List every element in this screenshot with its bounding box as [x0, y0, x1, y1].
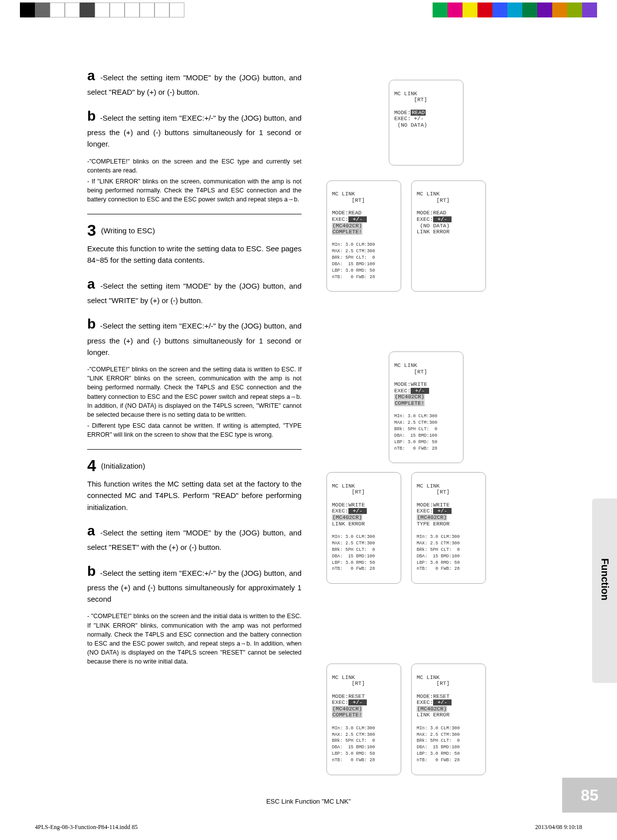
page-number-box: 85	[562, 778, 617, 813]
lcd-read-complete: MC LINK [RT] MODE:READ EXEC: +/- (MC402C…	[326, 180, 401, 292]
lcd-write-link-error: MC LINK [RT] MODE:WRITE EXEC: +/- (MC402…	[326, 472, 401, 584]
write-notes: -"COMPLETE!" blinks on the screen and th…	[87, 365, 302, 439]
step-a-reset-text: -Select the setting item "MODE" by the (…	[87, 528, 302, 551]
step-a-write: a -Select the setting item "MODE" by the…	[87, 273, 302, 307]
separator-1	[87, 214, 302, 214]
lcd-write-type-error: MC LINK [RT] MODE:WRITE EXEC: +/- (MC402…	[411, 472, 486, 584]
read-notes: -"COMPLETE!" blinks on the screen and th…	[87, 157, 302, 204]
step-a-write-text: -Select the setting item "MODE" by the (…	[87, 282, 302, 305]
step-a-read: a -Select the setting item "MODE" by the…	[87, 65, 302, 98]
step-b-reset-text: -Select the setting item "EXEC:+/-" by t…	[87, 569, 302, 604]
lcd-read-nodata: MC LINK [RT] MODE:READ EXEC: +/- (NO DAT…	[389, 80, 463, 166]
step-a-read-text: -Select the setting item "MODE" by the (…	[87, 73, 302, 96]
step-b-write-text: -Select the setting item "EXEC:+/-" by t…	[87, 322, 302, 356]
section-3-head: 3(Writing to ESC)	[87, 221, 302, 240]
section-3-lead: Execute this function to write the setti…	[87, 243, 302, 266]
lcd-reset-complete: MC LINK [RT] MODE:RESET EXEC: +/- (MC402…	[326, 664, 401, 775]
section-4-head: 4(Initialization)	[87, 457, 302, 475]
read-note-1: -"COMPLETE!" blinks on the screen and th…	[87, 157, 302, 175]
print-time-mark: 2013/04/08 9:10:18	[535, 824, 582, 831]
separator-2	[87, 449, 302, 450]
reset-note-1: - "COMPLETE!" blinks on the screen and t…	[87, 612, 302, 666]
step-b-read-text: -Select the setting item "EXEC:+/-" by t…	[87, 114, 302, 149]
lcd-read-error: MC LINK [RT] MODE:READ EXEC: +/- (NO DAT…	[411, 180, 486, 292]
step-b-read: b -Select the setting item "EXEC:+/-" by…	[87, 105, 302, 150]
page-number: 85	[581, 786, 599, 805]
print-file-mark: 4PLS-Eng-08-3-Function-P84-114.indd 85	[35, 824, 138, 831]
write-note-1: -"COMPLETE!" blinks on the screen and th…	[87, 365, 302, 419]
write-note-2: - Different type ESC data cannot be writ…	[87, 421, 302, 439]
side-tab-label: Function	[599, 558, 611, 600]
section-4-lead: This function writes the MC setting data…	[87, 478, 302, 513]
page-footer-label: ESC Link Function "MC LNK"	[0, 798, 617, 805]
step-a-reset: a -Select the setting item "MODE" by the…	[87, 520, 302, 553]
print-registration-bar	[0, 2, 617, 17]
lcd-write-complete: MC LINK [RT] MODE:WRITE EXEC: +/- (MC402…	[389, 351, 463, 463]
reset-notes: - "COMPLETE!" blinks on the screen and t…	[87, 612, 302, 666]
section-3-title: (Writing to ESC)	[101, 226, 155, 235]
section-4-title: (Initialization)	[101, 462, 145, 470]
read-note-2: - If "LINK ERROR" blinks on the screen, …	[87, 177, 302, 204]
side-tab-function: Function	[592, 499, 617, 683]
lcd-reset-link-error: MC LINK [RT] MODE:RESET EXEC: +/- (MC402…	[411, 664, 486, 775]
step-b-reset: b -Select the setting item "EXEC:+/-" by…	[87, 560, 302, 605]
step-b-write: b -Select the setting item "EXEC:+/-" by…	[87, 313, 302, 358]
